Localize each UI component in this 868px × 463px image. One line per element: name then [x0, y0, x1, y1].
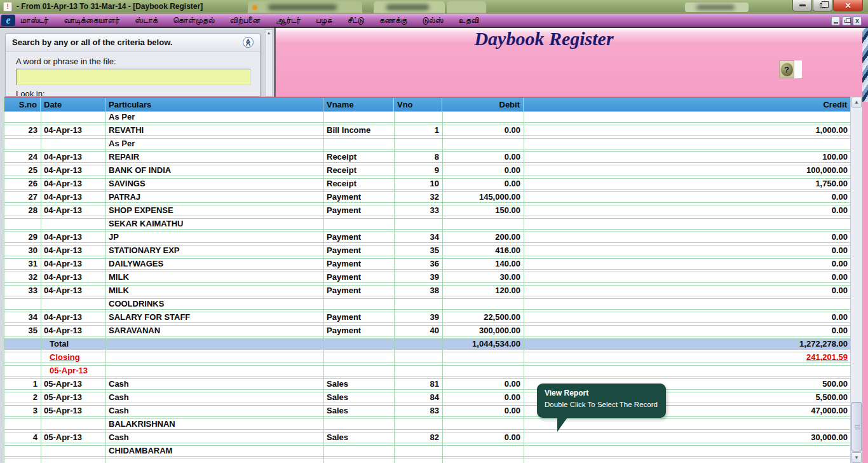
restore-button[interactable]	[813, 0, 832, 11]
table-row[interactable]: Closing241,201.59	[4, 352, 851, 363]
cell-vno: 9	[394, 165, 442, 176]
column-header-date[interactable]: Date	[41, 98, 105, 113]
minimize-icon	[834, 22, 838, 24]
menu-item[interactable]: விற்பனை	[230, 15, 261, 25]
column-header-vname[interactable]: Vname	[323, 98, 394, 113]
cell-vno: 38	[394, 286, 442, 296]
mdi-minimize-button[interactable]	[831, 17, 840, 25]
cell-date: 04-Apr-13	[41, 192, 105, 202]
table-row[interactable]: 2504-Apr-13BANK OF INDIAReceipt90.00100,…	[4, 165, 851, 176]
cell-vno: 39	[394, 272, 442, 282]
cell-particulars: As Per	[105, 139, 323, 149]
table-row[interactable]: 405-Apr-13CashSales820.0030,000.00	[4, 432, 851, 443]
background-image-strip	[862, 28, 868, 102]
menu-item[interactable]: சீட்டு	[348, 15, 364, 25]
table-row[interactable]: 2704-Apr-13PATRAJPayment32145,000.000.00	[4, 191, 851, 203]
scroll-up-button[interactable]: ▲	[851, 97, 862, 107]
minimize-button[interactable]	[792, 0, 812, 11]
table-row[interactable]: 105-Apr-13CashSales810.00500.00	[4, 378, 851, 390]
column-header-sno[interactable]: S.no	[4, 98, 41, 113]
help-button[interactable]: ?	[779, 60, 794, 78]
cell-date: 05-Apr-13	[41, 392, 105, 403]
table-row[interactable]: 3104-Apr-13DAILYWAGESPayment36140.000.00	[4, 258, 851, 270]
table-row[interactable]: 205-Apr-13CashSales840.005,500.00	[4, 392, 851, 403]
table-row[interactable]	[4, 459, 851, 462]
cell-vname: Bill Income	[323, 125, 394, 135]
cell-credit: 241,201.59	[524, 352, 851, 363]
cell-vname	[323, 112, 394, 122]
cell-credit: 0.00	[524, 245, 851, 256]
cell-date	[41, 112, 105, 122]
table-row[interactable]: COOLDRINKS	[4, 298, 851, 310]
table-row[interactable]: 05-Apr-13	[4, 365, 851, 377]
panel-scrollbar[interactable]: ▲	[265, 29, 273, 97]
table-row[interactable]: As Per	[4, 138, 851, 149]
cell-credit: 100.00	[524, 152, 851, 162]
cell-credit	[524, 112, 851, 122]
cell-date: Closing	[41, 352, 105, 363]
scrollbar-thumb[interactable]	[851, 402, 862, 452]
table-row[interactable]: Total1,044,534.001,272,278.00	[4, 338, 851, 350]
help-button-edge	[794, 60, 802, 78]
table-row[interactable]: 2904-Apr-13JPPayment34200.000.00	[4, 232, 851, 243]
cell-vno: 32	[394, 192, 442, 202]
cell-vno: 33	[394, 205, 442, 216]
cell-sno	[4, 366, 41, 376]
cell-debit: 120.00	[442, 286, 524, 296]
table-row[interactable]: 2804-Apr-13SHOP EXPENSEPayment33150.000.…	[4, 205, 851, 216]
menu-item[interactable]: உதவி	[459, 15, 479, 25]
cell-date: 04-Apr-13	[41, 312, 105, 322]
close-button[interactable]: ✕	[833, 0, 863, 11]
menu-item[interactable]: கொள்முதல்	[173, 15, 215, 25]
menu-item[interactable]: ஆர்டர்	[276, 15, 301, 25]
table-header-row: S.noDateParticularsVnameVnoDebitCredit	[4, 97, 851, 111]
column-header-credit[interactable]: Credit	[524, 98, 851, 113]
table-row[interactable]: SEKAR KAIMATHU	[4, 218, 851, 230]
menu-item[interactable]: கணக்கு	[379, 15, 407, 25]
menu-item[interactable]: பழசு	[316, 15, 332, 25]
cell-vno	[394, 219, 442, 229]
table-row[interactable]: CHIDAMBARAM	[4, 445, 851, 457]
menu-item[interactable]: ஸ்டாக்	[135, 15, 158, 25]
column-header-debit[interactable]: Debit	[442, 98, 524, 113]
table-row[interactable]: As Per	[4, 111, 851, 123]
collapse-panel-button[interactable]: ≪	[243, 37, 254, 48]
cell-particulars: DAILYWAGES	[105, 259, 323, 269]
cell-debit	[442, 299, 524, 309]
table-row[interactable]: 3504-Apr-13SARAVANANPayment40300,000.000…	[4, 325, 851, 336]
background-browser-tab	[374, 1, 445, 13]
table-row[interactable]: BALAKRISHNAN	[4, 418, 851, 430]
cell-vname: Sales	[323, 406, 394, 416]
table-row[interactable]: 2404-Apr-13REPAIRReceipt80.00100.00	[4, 151, 851, 163]
scroll-up-icon: ▲	[266, 30, 272, 36]
search-input[interactable]	[16, 69, 251, 85]
table-row[interactable]: 3004-Apr-13STATIONARY EXPPayment35416.00…	[4, 245, 851, 256]
table-row[interactable]: 2604-Apr-13SAVINGSReceipt100.001,750.00	[4, 178, 851, 190]
column-header-vno[interactable]: Vno	[394, 98, 442, 113]
cell-particulars: PATRAJ	[105, 192, 323, 202]
menu-item[interactable]: வாடிக்கையாளர்	[64, 15, 119, 25]
table-row[interactable]: 3404-Apr-13SALARY FOR STAFFPayment3922,5…	[4, 312, 851, 323]
table-row[interactable]: 2304-Apr-13REVATHIBill Income10.001,000.…	[4, 125, 851, 136]
table-row[interactable]: 3204-Apr-13MILKPayment3930.000.00	[4, 272, 851, 283]
cell-date: 04-Apr-13	[41, 272, 105, 282]
window-titlebar: ! - From 01-Apr-13 To 31-Mar-14 - [Daybo…	[0, 0, 868, 14]
cell-debit	[442, 219, 524, 229]
cell-sno: 31	[4, 259, 41, 269]
cell-particulars: CHIDAMBARAM	[105, 446, 323, 456]
table-row[interactable]: 305-Apr-13CashSales830.0047,000.00	[4, 405, 851, 417]
column-header-particulars[interactable]: Particulars	[105, 98, 323, 113]
restore-icon	[820, 3, 825, 8]
mdi-close-button[interactable]: x	[853, 17, 862, 25]
cell-date: 04-Apr-13	[41, 179, 105, 189]
cell-date	[41, 139, 105, 149]
mdi-restore-button[interactable]	[842, 17, 851, 25]
table-scrollbar[interactable]: ▲ ▼	[850, 97, 862, 463]
menu-item[interactable]: மாஸ்டர்	[20, 15, 48, 25]
close-icon: ✕	[844, 2, 851, 10]
cell-particulars: SEKAR KAIMATHU	[105, 219, 323, 229]
table-row[interactable]: 3304-Apr-13MILKPayment38120.000.00	[4, 285, 851, 296]
menu-item[interactable]: டுல்ஸ்	[422, 15, 443, 25]
scroll-down-button[interactable]: ▼	[851, 452, 862, 463]
cell-debit: 0.00	[442, 152, 524, 162]
